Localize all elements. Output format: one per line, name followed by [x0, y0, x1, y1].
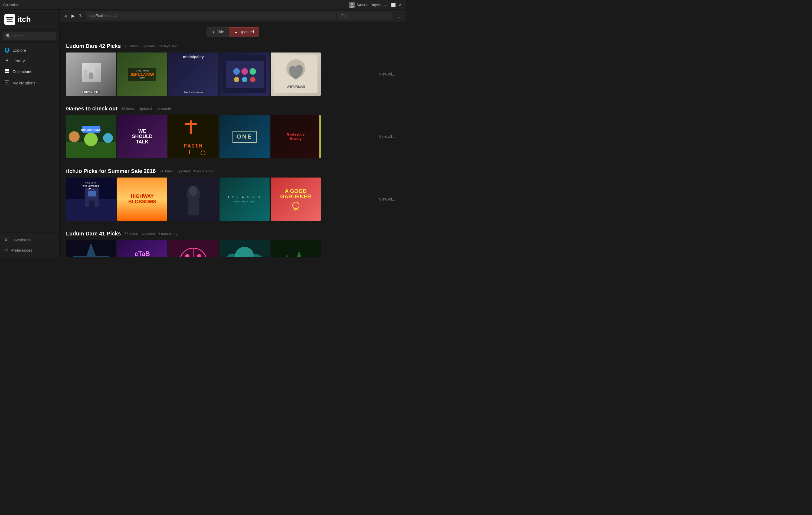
sort-title-label: Title [217, 30, 224, 34]
game-thumb-trees-game[interactable] [271, 240, 321, 257]
game-thumb-board[interactable] [220, 53, 269, 96]
collection-meta-3: 71 items Updated 3 months ago [160, 169, 214, 173]
svg-point-17 [241, 68, 248, 75]
sidebar-item-explore[interactable]: 🌐 Explore [0, 45, 59, 55]
game-thumb-dark-figure[interactable] [168, 177, 219, 221]
svg-rect-7 [5, 69, 9, 70]
updated-label-3: Updated [177, 169, 190, 173]
view-all-summer-sale[interactable]: View all... [375, 177, 400, 221]
item-count-2: 30 items [121, 107, 135, 111]
collection-title[interactable]: Ludum Dare 42 Picks [66, 43, 121, 49]
svg-point-29 [69, 131, 80, 142]
main-content: ◀ ▶ ↻ ⋮ ▲ Title ▲ Updated [60, 10, 406, 257]
view-all-ludum42[interactable]: View all... [375, 53, 400, 96]
updated-time: 13 days ago [158, 44, 177, 48]
address-bar[interactable] [86, 12, 336, 20]
game-thumb-hiding-spot[interactable]: HIDING SPOT [66, 53, 116, 96]
sidebar-item-collections-label: Collections [12, 69, 32, 74]
sidebar-item-my-creations[interactable]: My creations [0, 77, 59, 88]
sidebar-item-downloads-label: Downloads [10, 238, 31, 242]
sidebar-item-explore-label: Explore [12, 48, 26, 53]
collection-title-3[interactable]: itch.io Picks for Summer Sale 2018 [66, 168, 156, 174]
sidebar-item-library-label: Library [12, 58, 25, 63]
search-icon: 🔍 [6, 34, 10, 38]
game-thumb-teal-game[interactable] [220, 240, 269, 257]
collection-row: HIDING SPOT Body Hiding SIMULATOR [66, 53, 400, 96]
title-bar: Collections Spencer Hayes — ⬜ ✕ [0, 0, 406, 10]
user-name: Spencer Hayes [356, 3, 381, 7]
collections-content[interactable]: ▲ Title ▲ Updated Ludum Dare 42 Picks 78… [60, 22, 406, 257]
sidebar-item-my-creations-label: My creations [12, 81, 35, 85]
svg-rect-49 [188, 199, 199, 216]
sidebar-item-collections[interactable]: Collections [0, 66, 59, 77]
back-button[interactable]: ◀ [63, 13, 68, 19]
game-thumb-knaddskogen[interactable]: KNADDSKOGEN [66, 115, 116, 158]
collection-title-4[interactable]: Ludum Dare 41 Picks [66, 231, 121, 237]
sort-title-button[interactable]: ▲ Title [206, 27, 229, 36]
collection-row-2: KNADDSKOGEN WESHOULDTALK [66, 115, 400, 158]
game-thumbs-3: FREE DEMO THE NORWOOD SUITE HIGHWAYBLOSS… [66, 177, 375, 221]
view-all-games-check-out[interactable]: View all... [375, 115, 400, 158]
game-thumb-unfamiliar[interactable]: UNFAMILIAR [271, 53, 321, 96]
sort-title-icon: ▲ [212, 30, 215, 34]
updated-time-2: last month [155, 107, 171, 111]
forward-button[interactable]: ▶ [70, 13, 76, 19]
minimize-button[interactable]: — [384, 2, 389, 7]
library-icon: ♥ [4, 58, 10, 63]
updated-label: Updated [142, 44, 155, 48]
collection-meta-4: 63 items Updated 4 months ago [124, 232, 179, 236]
game-thumb-norwood[interactable]: FREE DEMO THE NORWOOD SUITE [66, 177, 116, 221]
svg-point-50 [293, 202, 299, 209]
svg-text:FREE DEMO: FREE DEMO [85, 182, 97, 184]
svg-point-1 [351, 3, 353, 5]
my-creations-icon [4, 80, 10, 86]
game-thumb-one[interactable]: ONE [220, 115, 269, 158]
explore-icon: 🌐 [4, 48, 10, 53]
collection-games-to-check-out: Games to check out 30 items Updated last… [66, 106, 400, 158]
view-all-ludum41[interactable]: View all... [375, 240, 400, 257]
user-avatar [349, 2, 355, 8]
collection-header-3: itch.io Picks for Summer Sale 2018 71 it… [66, 168, 400, 174]
item-count-3: 71 items [160, 169, 173, 173]
svg-rect-34 [184, 123, 197, 125]
collection-title-2[interactable]: Games to check out [66, 106, 117, 112]
sidebar-item-library[interactable]: ♥ Library [0, 55, 59, 66]
game-thumb-grotesque[interactable]: GrotesqueBeauty [271, 115, 321, 158]
game-thumb-simulator[interactable]: Body Hiding SIMULATOR 1995 [117, 53, 167, 96]
logo-text: itch [17, 15, 31, 24]
svg-text:THE NORWOOD: THE NORWOOD [83, 185, 99, 187]
game-thumb-pink-game[interactable] [168, 240, 219, 257]
search-input[interactable] [13, 34, 53, 38]
game-thumb-faith[interactable]: FAItH [168, 115, 219, 158]
sort-updated-button[interactable]: ▲ Updated [229, 27, 259, 36]
game-thumb-shard-reign[interactable]: ShardReign [66, 240, 116, 257]
app-body: itch 🔍 🌐 Explore ♥ Library [0, 10, 406, 257]
item-count: 78 items [124, 44, 138, 48]
svg-rect-4 [6, 17, 13, 19]
game-thumb-we-should-talk[interactable]: WESHOULDTALK [117, 115, 167, 158]
maximize-button[interactable]: ⬜ [391, 2, 396, 7]
game-thumb-good-gardener[interactable]: A GOODGARDENER [271, 177, 321, 221]
game-thumb-etab[interactable]: eTaB [117, 240, 167, 257]
svg-text:FAItH: FAItH [184, 143, 203, 149]
search-area[interactable]: 🔍 [0, 29, 59, 43]
updated-time-3: 3 months ago [193, 169, 214, 173]
window-title: Collections [3, 3, 349, 7]
nav-menu-button[interactable]: ⋮ [395, 12, 403, 19]
game-thumb-highway[interactable]: HIGHWAYBLOSSOMS [117, 177, 167, 221]
game-thumbs-2: KNADDSKOGEN WESHOULDTALK [66, 115, 375, 158]
collection-summer-sale: itch.io Picks for Summer Sale 2018 71 it… [66, 168, 400, 221]
sidebar-item-preferences[interactable]: ⚙ Preferences [0, 245, 59, 255]
svg-point-30 [103, 133, 113, 143]
sidebar-item-downloads[interactable]: ⬇ Downloads [0, 235, 59, 245]
game-thumb-minicipality[interactable]: minicipality LD#42 submission [168, 53, 219, 96]
svg-rect-6 [6, 21, 13, 22]
close-button[interactable]: ✕ [398, 2, 403, 7]
user-info: Spencer Hayes [349, 2, 381, 8]
game-thumb-islands[interactable]: I S L A N D S NON-PLACES [220, 177, 269, 221]
svg-text:UNFAMILIAR: UNFAMILIAR [287, 85, 305, 88]
logo-area: itch [0, 10, 59, 29]
svg-point-31 [84, 133, 98, 146]
filter-input[interactable] [338, 12, 393, 20]
refresh-button[interactable]: ↻ [78, 13, 84, 19]
